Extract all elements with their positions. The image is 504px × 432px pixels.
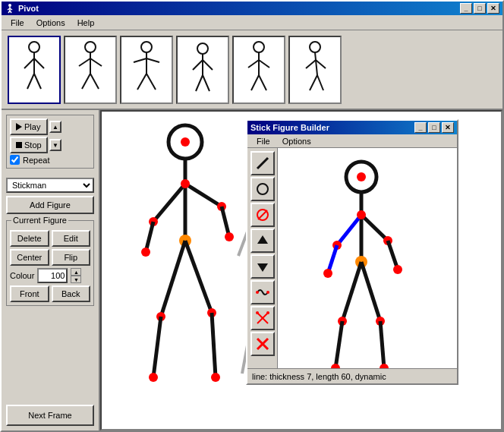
svg-point-80	[266, 291, 269, 294]
delete-button[interactable]: Delete	[10, 230, 49, 247]
svg-line-15	[90, 58, 102, 66]
menu-help[interactable]: Help	[71, 17, 101, 29]
svg-line-46	[153, 184, 185, 222]
svg-line-8	[24, 58, 34, 68]
current-figure-label: Current Figure	[11, 216, 68, 225]
svg-marker-78	[257, 263, 268, 272]
svg-line-95	[361, 215, 388, 241]
delete-tool-button[interactable]	[250, 332, 275, 356]
repeat-checkbox[interactable]	[10, 155, 20, 165]
svg-line-28	[196, 75, 203, 91]
svg-line-16	[82, 74, 90, 89]
colour-input[interactable]	[37, 268, 68, 283]
frame-thumb-2[interactable]	[64, 36, 117, 104]
add-figure-button[interactable]: Add Figure	[6, 196, 94, 214]
svg-line-60	[212, 313, 216, 377]
scroll-down-group: ▼	[49, 139, 61, 151]
circle-tool-button[interactable]	[250, 177, 275, 201]
svg-line-56	[153, 317, 161, 377]
svg-line-73	[257, 158, 268, 169]
svg-line-104	[361, 262, 380, 321]
play-button[interactable]: Play	[10, 118, 48, 135]
play-controls: Play ▲	[10, 118, 90, 135]
svg-line-21	[146, 58, 159, 62]
sfb-title-buttons: _ □ ✕	[414, 122, 454, 133]
close-button[interactable]: ✕	[487, 3, 499, 14]
svg-point-103	[331, 364, 340, 368]
sfb-title-text: Stick Figure Builder	[250, 123, 329, 132]
stop-button[interactable]: Stop	[10, 137, 48, 153]
frame-thumb-4[interactable]	[176, 36, 229, 104]
front-button[interactable]: Front	[10, 285, 49, 302]
center-button[interactable]: Center	[10, 249, 49, 266]
canvas-area: Stick Figure Builder _ □ ✕ File Options	[100, 110, 502, 430]
sfb-menu-bar: File Options	[247, 134, 457, 148]
scroll-up-button[interactable]: ▲	[49, 121, 61, 133]
frame-thumb-3[interactable]	[120, 36, 173, 104]
playback-group: Play ▲ Stop ▼ Rep	[6, 115, 94, 169]
down-tool-button[interactable]	[250, 254, 275, 279]
front-back-buttons: Front Back	[10, 285, 90, 302]
sfb-dialog: Stick Figure Builder _ □ ✕ File Options	[246, 119, 458, 385]
maximize-button[interactable]: □	[474, 3, 486, 14]
sfb-maximize[interactable]: □	[428, 122, 440, 133]
colour-down[interactable]: ▼	[71, 276, 81, 283]
back-button[interactable]: Back	[52, 285, 91, 302]
stop-controls: Stop ▼	[10, 137, 90, 153]
flip-button[interactable]: Flip	[52, 249, 91, 266]
play-icon	[16, 123, 22, 131]
svg-point-74	[257, 184, 268, 194]
svg-point-12	[85, 42, 96, 52]
edit-button[interactable]: Edit	[52, 230, 91, 247]
svg-point-84	[266, 311, 269, 314]
sfb-minimize[interactable]: _	[414, 122, 427, 133]
svg-line-38	[306, 60, 316, 68]
svg-point-88	[357, 172, 366, 181]
no-tool-button[interactable]	[250, 203, 275, 227]
title-bar-left: Pivot	[5, 3, 39, 14]
canvas-border: Stick Figure Builder _ □ ✕ File Options	[100, 110, 502, 430]
up-tool-button[interactable]	[250, 229, 275, 253]
colour-label: Colour	[10, 271, 34, 280]
svg-point-57	[149, 373, 158, 382]
svg-line-106	[380, 321, 384, 368]
minimize-button[interactable]: _	[460, 3, 472, 14]
svg-line-40	[310, 75, 317, 90]
sfb-menu-file[interactable]: File	[250, 135, 276, 147]
svg-point-98	[393, 265, 402, 274]
svg-line-54	[161, 241, 185, 317]
svg-point-43	[181, 137, 190, 147]
sfb-canvas[interactable]	[278, 148, 457, 368]
line-tool-button[interactable]	[250, 151, 275, 175]
svg-line-97	[388, 241, 398, 270]
next-frame-button[interactable]: Next Frame	[6, 405, 94, 426]
svg-point-94	[323, 269, 332, 278]
app-icon	[5, 3, 15, 14]
menu-file[interactable]: File	[5, 17, 30, 29]
title-bar: Pivot _ □ ✕	[2, 2, 502, 15]
frame-thumb-6[interactable]	[288, 36, 342, 104]
figure-selector[interactable]: Stickman Ball	[6, 178, 94, 193]
svg-line-91	[337, 215, 361, 245]
svg-point-107	[380, 364, 389, 368]
sfb-status-text: line: thickness 7, length 60, dynamic	[252, 372, 386, 381]
svg-line-11	[34, 74, 41, 89]
colour-spin: ▲ ▼	[71, 268, 81, 283]
svg-line-5	[10, 11, 11, 13]
squiggle-tool-button[interactable]	[250, 280, 275, 304]
svg-line-58	[185, 241, 212, 313]
cross-tool-button[interactable]	[250, 306, 275, 330]
svg-point-18	[141, 42, 152, 52]
svg-line-39	[316, 60, 326, 68]
colour-up[interactable]: ▲	[71, 268, 81, 276]
sfb-content	[247, 148, 457, 368]
current-figure-group: Current Figure Delete Edit Center Flip C…	[6, 220, 94, 306]
svg-line-34	[251, 75, 259, 90]
frame-thumb-5[interactable]	[232, 36, 285, 104]
svg-line-102	[335, 321, 342, 368]
sfb-close[interactable]: ✕	[442, 122, 454, 133]
scroll-down-button[interactable]: ▼	[49, 139, 61, 151]
frame-thumb-1[interactable]	[8, 36, 61, 104]
sfb-menu-options[interactable]: Options	[276, 135, 317, 147]
menu-options[interactable]: Options	[30, 17, 71, 29]
